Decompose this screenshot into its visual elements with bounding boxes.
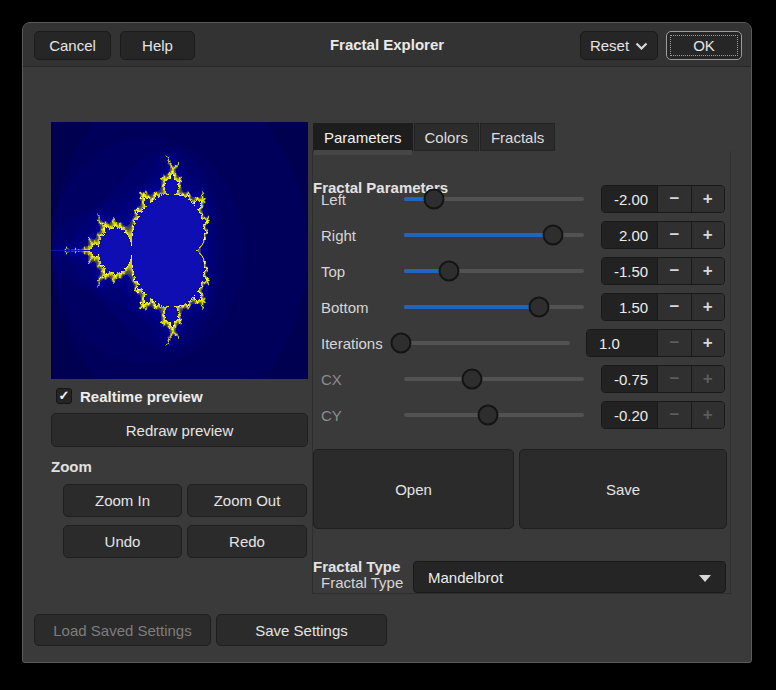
tab-bar: Parameters Colors Fractals	[313, 123, 556, 151]
slider-track	[404, 377, 584, 381]
redraw-preview-button[interactable]: Redraw preview	[51, 413, 308, 447]
parameter-spinbox: -2.00 − +	[601, 185, 725, 213]
dropdown-arrow-icon	[699, 575, 711, 582]
slider-thumb-icon[interactable]	[529, 297, 550, 318]
save-settings-button[interactable]: Save Settings	[216, 614, 387, 646]
parameter-row: Right 2.00 − +	[313, 217, 725, 253]
parameter-slider[interactable]	[404, 217, 584, 253]
parameter-row: Left -2.00 − +	[313, 181, 725, 217]
parameter-slider[interactable]	[404, 289, 584, 325]
parameter-value-field[interactable]: -0.20	[602, 402, 657, 428]
parameter-row: CY -0.20 − +	[313, 397, 725, 433]
fractal-preview-image[interactable]	[51, 122, 308, 379]
parameter-value-field[interactable]: 2.00	[602, 222, 657, 248]
undo-button[interactable]: Undo	[63, 525, 182, 558]
tab-colors[interactable]: Colors	[414, 123, 479, 151]
parameter-spinbox: 1.50 − +	[601, 293, 725, 321]
increment-button[interactable]: +	[691, 186, 724, 212]
ok-button[interactable]: OK	[666, 31, 742, 60]
increment-button[interactable]: +	[691, 222, 724, 248]
realtime-preview-checkbox[interactable]: ✓	[56, 388, 72, 404]
tab-fractals[interactable]: Fractals	[480, 123, 555, 151]
slider-thumb-icon[interactable]	[439, 261, 460, 282]
slider-fill	[404, 305, 539, 309]
decrement-button[interactable]: −	[657, 186, 690, 212]
zoom-out-button[interactable]: Zoom Out	[187, 484, 307, 517]
slider-track	[396, 341, 570, 345]
check-icon: ✓	[59, 388, 70, 403]
reset-label: Reset	[590, 37, 629, 54]
parameter-label: Left	[321, 191, 346, 208]
fractal-type-label: Fractal Type	[321, 567, 405, 598]
open-button[interactable]: Open	[313, 449, 514, 529]
parameter-spinbox: -1.50 − +	[601, 257, 725, 285]
parameter-value-field[interactable]: 1.0	[587, 330, 657, 356]
tab-parameters[interactable]: Parameters	[313, 123, 413, 151]
parameter-row: Bottom 1.50 − +	[313, 289, 725, 325]
help-button[interactable]: Help	[120, 31, 195, 60]
increment-button[interactable]: +	[691, 294, 724, 320]
parameter-spinbox: -0.20 − +	[601, 401, 725, 429]
fractal-type-dropdown[interactable]: Mandelbrot	[413, 561, 726, 593]
parameter-label: Bottom	[321, 299, 369, 316]
parameter-rows: Left -2.00 − + Right 2.00 − + Top	[313, 181, 725, 433]
slider-thumb-icon[interactable]	[543, 225, 564, 246]
decrement-button: −	[657, 366, 690, 392]
slider-thumb-icon[interactable]	[477, 405, 498, 426]
parameter-spinbox: 1.0 − +	[586, 329, 725, 357]
decrement-button[interactable]: −	[657, 294, 690, 320]
realtime-preview-label: Realtime preview	[80, 388, 203, 405]
parameter-value-field[interactable]: -0.75	[602, 366, 657, 392]
parameter-slider[interactable]	[396, 325, 570, 361]
parameter-value-field[interactable]: -1.50	[602, 258, 657, 284]
increment-button: +	[691, 366, 724, 392]
parameter-row: CX -0.75 − +	[313, 361, 725, 397]
realtime-preview-option[interactable]: ✓ Realtime preview	[56, 387, 203, 405]
redo-button[interactable]: Redo	[187, 525, 307, 558]
reset-button[interactable]: Reset	[580, 31, 658, 60]
decrement-button[interactable]: −	[657, 222, 690, 248]
load-saved-settings-button[interactable]: Load Saved Settings	[34, 614, 211, 646]
slider-thumb-icon[interactable]	[423, 189, 444, 210]
increment-button[interactable]: +	[691, 258, 724, 284]
parameter-row: Top -1.50 − +	[313, 253, 725, 289]
parameter-slider[interactable]	[404, 181, 584, 217]
increment-button[interactable]: +	[691, 330, 724, 356]
fractal-explorer-dialog: Fractal Explorer Cancel Help Reset OK ✓ …	[22, 22, 752, 663]
cancel-button[interactable]: Cancel	[34, 31, 111, 60]
parameter-slider	[404, 361, 584, 397]
parameter-slider	[404, 397, 584, 433]
parameter-slider[interactable]	[404, 253, 584, 289]
slider-fill	[404, 233, 553, 237]
parameter-label: CY	[321, 407, 342, 424]
parameter-value-field[interactable]: -2.00	[602, 186, 657, 212]
save-button[interactable]: Save	[519, 449, 727, 529]
decrement-button: −	[657, 402, 690, 428]
parameter-label: Top	[321, 263, 345, 280]
fractal-type-selected-value: Mandelbrot	[428, 569, 503, 586]
parameter-value-field[interactable]: 1.50	[602, 294, 657, 320]
parameter-spinbox: -0.75 − +	[601, 365, 725, 393]
chevron-down-icon	[635, 42, 648, 50]
parameter-label: Right	[321, 227, 356, 244]
parameter-label: CX	[321, 371, 342, 388]
parameter-row: Iterations 1.0 − +	[313, 325, 725, 361]
parameter-spinbox: 2.00 − +	[601, 221, 725, 249]
zoom-section-heading: Zoom	[51, 458, 92, 475]
decrement-button: −	[657, 330, 690, 356]
increment-button: +	[691, 402, 724, 428]
decrement-button[interactable]: −	[657, 258, 690, 284]
zoom-in-button[interactable]: Zoom In	[63, 484, 182, 517]
parameter-label: Iterations	[321, 335, 383, 352]
slider-thumb-icon[interactable]	[461, 369, 482, 390]
slider-thumb-icon[interactable]	[391, 333, 412, 354]
